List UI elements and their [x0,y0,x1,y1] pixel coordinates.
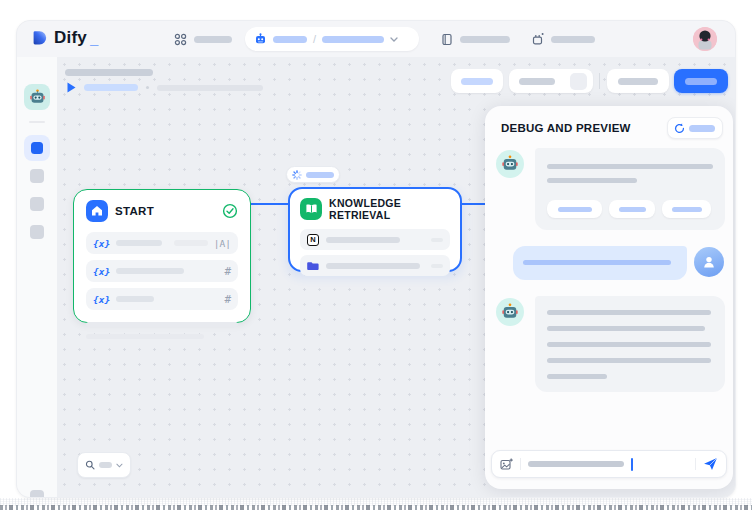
book-open-icon [300,198,322,220]
node-knowledge-retrieval[interactable]: KNOWLEDGE RETRIEVAL N [288,187,462,272]
skeleton-bar [685,78,717,85]
variable-type-string: |A| [214,238,231,249]
suggested-questions [547,200,711,218]
skeleton-bar [157,85,263,91]
dify-logo[interactable]: Dify _ [31,28,98,48]
skeleton-bar [322,36,384,43]
zoom-control[interactable] [77,452,131,478]
docs-icon [441,33,453,46]
user-avatar[interactable] [693,27,717,51]
skeleton-bar [84,84,138,91]
knowledge-node-title: KNOWLEDGE RETRIEVAL [329,197,450,221]
skeleton-bar [116,268,184,274]
brand-name: Dify [54,28,87,48]
chat-input-bar[interactable] [491,450,727,478]
message-text-skeleton [547,358,711,363]
skeleton-bar [619,207,646,212]
bottom-garbled-text-strip [0,505,752,510]
suggested-question-button[interactable] [662,200,711,218]
user-chat-avatar [694,247,724,277]
variable-icon: {x} [93,266,110,277]
node-running-badge [286,166,340,183]
bot-message-bubble [535,148,725,230]
bot-avatar [496,150,524,178]
dot-separator [146,86,149,89]
autosave-row [67,82,263,93]
message-text-skeleton [547,310,711,315]
plugin-icon [531,33,544,46]
breadcrumb-separator: / [313,33,316,45]
skeleton-bar [672,207,702,212]
skeleton-bar [618,78,658,85]
skeleton-bar [551,36,595,43]
app-breadcrumb-selector[interactable]: / [245,27,419,51]
page: Dify _ [0,0,752,512]
edge-start-to-knowledge [251,203,288,205]
skeleton-bar [174,240,208,246]
folder-icon [307,260,319,272]
variable-icon: {x} [93,294,110,305]
skeleton-bar [326,237,400,243]
user-avatar-icon [693,27,717,51]
suggested-question-button[interactable] [547,200,602,218]
variable-type-number: # [224,293,231,306]
knowledge-source-folder[interactable] [300,255,450,276]
zoom-magnifier-icon [85,459,95,471]
sidebar-item-4[interactable] [30,225,44,239]
toolbar-sub-icon[interactable] [570,73,587,90]
chevron-down-icon [116,463,123,468]
play-icon [67,82,76,93]
start-variable-row[interactable]: {x} |A| [86,232,238,254]
sidebar-item-3[interactable] [30,197,44,211]
start-variable-row[interactable]: {x} # [86,288,238,310]
image-upload-icon[interactable] [500,458,513,471]
top-header: Dify _ [17,21,735,57]
robot-app-icon [501,155,519,173]
notion-icon: N [307,234,319,246]
skeleton-bar [431,264,443,268]
text-caret [631,458,633,471]
debug-panel-title: DEBUG AND PREVIEW [501,122,631,134]
knowledge-source-notion[interactable]: N [300,229,450,250]
person-icon [701,254,717,270]
nav-plugins[interactable] [531,33,595,46]
check-circle-icon [222,203,238,219]
dify-logo-icon [31,29,49,47]
sidebar-item-bottom[interactable] [30,490,44,498]
send-icon[interactable] [703,457,718,471]
node-start[interactable]: START {x} |A| {x} # {x} [73,189,251,323]
toolbar-button-run[interactable] [607,69,669,93]
toolbar-button-history[interactable] [509,69,593,93]
publish-button[interactable] [674,69,728,93]
description-skeleton [86,334,204,339]
skeleton-bar [689,125,715,132]
skeleton-bar [326,263,420,269]
nav-docs[interactable] [441,33,510,46]
start-variable-row[interactable]: {x} # [86,260,238,282]
nav-workflow[interactable] [174,33,232,46]
variable-type-number: # [224,265,231,278]
spinner-icon [292,170,302,180]
skeleton-bar [558,207,592,212]
skeleton-bar [194,36,232,43]
message-text-skeleton [547,164,713,169]
variable-icon: {x} [93,238,110,249]
typed-text-skeleton [528,461,624,467]
sidebar-item-workflow-active[interactable] [24,135,50,161]
app-title-skeleton [65,69,153,76]
toolbar-divider [599,73,600,89]
message-text-skeleton [547,178,637,183]
debug-panel-header: DEBUG AND PREVIEW [501,116,723,140]
description-skeleton [86,322,238,327]
app-window: Dify _ [16,20,736,498]
skeleton-bar [461,78,493,85]
sidebar-item-2[interactable] [30,169,44,183]
sidebar-app-icon[interactable] [24,84,50,110]
sidebar-divider [29,121,45,123]
skeleton-bar [519,78,555,85]
restart-conversation-button[interactable] [667,117,723,139]
message-text-skeleton [547,342,711,347]
toolbar-button-features[interactable] [451,69,503,93]
message-text-skeleton [523,260,671,265]
suggested-question-button[interactable] [609,200,655,218]
